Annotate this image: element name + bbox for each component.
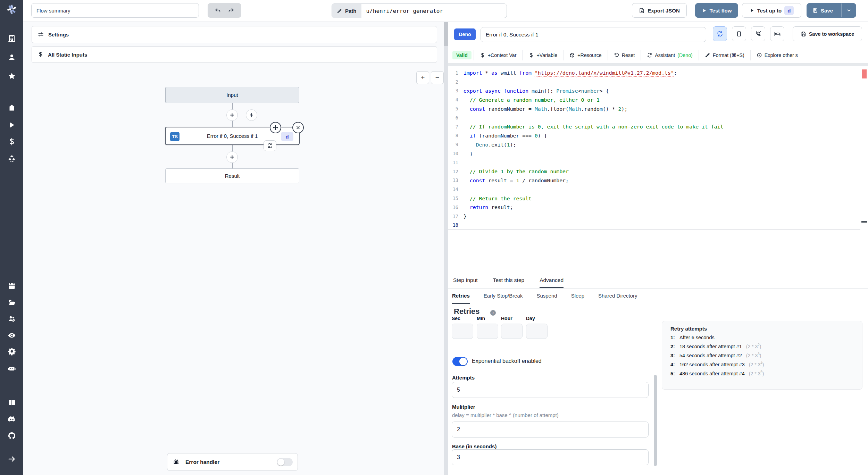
save-to-workspace-button[interactable]: Save to workspace [793,26,862,41]
step-name-input[interactable] [481,27,706,42]
sidebar-item-home[interactable] [0,103,23,112]
move-step-button[interactable] [270,122,281,133]
subtab-early-stop-break[interactable]: Early Stop/Break [484,289,523,304]
code-line-12[interactable]: 12 // Divide 1 by the random number [448,167,860,176]
delete-step-button[interactable] [292,122,304,133]
code-line-6[interactable]: 6 [448,113,860,122]
gear-icon [8,347,16,356]
scrollbar-thumb[interactable] [654,375,657,466]
error-handler-toggle[interactable] [277,458,293,466]
subtab-retries[interactable]: Retries [452,289,470,304]
sidebar-item-play[interactable] [0,121,23,129]
retry-settings-button[interactable] [713,26,727,41]
code-line-17[interactable]: 17} [448,212,860,221]
code-line-9[interactable]: 9 Deno.exit(1); [448,140,860,149]
multiplier-input[interactable] [452,422,649,438]
toolbar--resourcebutton[interactable]: +Resource [563,50,608,60]
sidebar-item-robot[interactable] [0,364,23,372]
sidebar-item-dollar[interactable] [0,138,23,146]
toolbar--variablebutton[interactable]: +Variable [522,50,563,60]
canvas-zoom-in-button[interactable]: + [416,71,429,84]
flow-node-result[interactable]: Result [165,168,299,183]
subtab-suspend[interactable]: Suspend [536,289,557,304]
subtab-shared-directory[interactable]: Shared Directory [598,289,637,304]
code-line-16[interactable]: 16 return result; [448,203,860,212]
tab-test-this-step[interactable]: Test this step [493,273,524,288]
sidebar-expand-button[interactable] [0,455,23,463]
time-unit-input-hour[interactable] [501,324,523,339]
code-line-18[interactable]: 18 [448,221,860,230]
sidebar-item-star[interactable] [0,72,23,80]
canvas-zoom-out-button[interactable]: − [431,71,444,84]
flow-summary-input[interactable] [31,3,199,18]
sidebar-item-book[interactable] [0,398,23,407]
export-json-button[interactable]: Export JSON [632,3,687,18]
sidebar-item-building[interactable] [0,34,23,43]
editor-resize-handle[interactable] [448,64,868,66]
toolbar--context-varbutton[interactable]: +Context Var [474,50,523,60]
test-up-to-button[interactable]: Test up to d [742,3,801,18]
tab-advanced[interactable]: Advanced [540,273,564,288]
all-static-inputs-button[interactable]: All Static Inputs [32,46,437,63]
lightning-icon [249,112,254,118]
error-handler-bar[interactable]: Error handler [167,453,298,471]
toolbar-resetbutton[interactable]: Reset [608,50,641,60]
sidebar-item-discord[interactable] [0,415,23,423]
save-button[interactable]: Save [807,8,838,14]
toolbar-format----s-button[interactable]: Format (⌘+S) [699,50,750,60]
toolbar-assistant-button[interactable]: Assistant (Deno) [641,50,699,60]
sidebar-item-github[interactable] [0,432,23,440]
code-line-2[interactable]: 2 [448,77,860,86]
code-line-15[interactable]: 15 // Return the result [448,194,860,203]
tab-step-input[interactable]: Step Input [453,273,478,288]
insert-step-button[interactable] [226,151,238,163]
path-field-group: Path u/henri/error_generator [332,3,507,18]
code-line-8[interactable]: 8 if (randomNumber === 0) { [448,131,860,140]
sidebar-item-calendar[interactable] [0,282,23,290]
code-line-10[interactable]: 10 } [448,149,860,158]
code-line-3[interactable]: 3export async function main(): Promise<n… [448,86,860,95]
sidebar-item-eye[interactable] [0,331,23,340]
insert-step-button[interactable] [226,109,238,121]
bug-icon [173,458,180,466]
code-line-13[interactable]: 13 const result = 1 / randomNumber; [448,176,860,185]
plus-icon [229,112,235,118]
info-icon[interactable]: i [490,310,496,316]
flow-settings-button[interactable]: Settings [32,26,437,43]
sidebar-item-folder[interactable] [0,298,23,306]
sleep-button[interactable] [770,26,784,41]
sidebar-item-groups[interactable] [0,315,23,323]
flow-node-step[interactable]: TS Error if 0, Success if 1 d [165,127,300,145]
time-unit-input-sec[interactable] [452,324,473,339]
mobile-view-button[interactable] [732,26,746,41]
code-line-7[interactable]: 7 // If randomNumber is 0, exit the scri… [448,122,860,131]
redo-button[interactable] [228,7,234,14]
code-line-1[interactable]: 1import * as wmill from "https://deno.la… [448,68,860,77]
windmill-logo-icon[interactable] [0,3,23,15]
undo-button[interactable] [215,7,221,14]
sidebar-item-gear[interactable] [0,347,23,356]
panel-splitter[interactable] [444,22,448,475]
sidebar-item-user[interactable] [0,53,23,61]
save-dropdown-button[interactable] [841,3,856,17]
path-value-input[interactable]: u/henri/error_generator [361,4,448,18]
code-line-14[interactable]: 14 [448,185,860,194]
time-unit-input-day[interactable] [526,324,548,339]
time-unit-input-min[interactable] [477,324,498,339]
code-editor[interactable]: 1import * as wmill from "https://deno.la… [448,66,868,273]
trigger-step-button[interactable] [246,109,257,121]
base-seconds-input[interactable] [452,449,649,465]
test-flow-button[interactable]: Test flow [695,3,738,18]
code-line-4[interactable]: 4 // Generate a random number, either 0 … [448,95,860,104]
phone-incoming-button[interactable] [751,26,765,41]
code-line-11[interactable]: 11 [448,158,860,167]
attempts-input[interactable] [452,382,649,398]
flow-node-input[interactable]: Input [165,87,299,103]
sidebar-item-cubes[interactable] [0,155,23,163]
code-line-5[interactable]: 5 const randomNumber = Math.floor(Math.r… [448,104,860,113]
sliders-icon [37,31,44,38]
exponential-backoff-toggle[interactable] [452,357,468,366]
step-retry-indicator[interactable] [264,140,276,151]
subtab-sleep[interactable]: Sleep [571,289,584,304]
toolbar-explore-other-sbutton[interactable]: Explore other s [750,50,804,60]
